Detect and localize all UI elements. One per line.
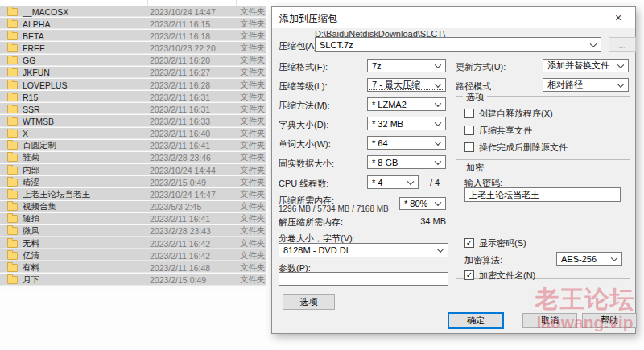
file-row[interactable]: JKFUN 2023/2/11 16:27 文件夹 (0, 67, 266, 79)
file-row[interactable]: R15 2023/2/11 16:31 文件夹 (0, 91, 266, 103)
dialog-titlebar: 添加到压缩包 × (272, 7, 635, 28)
file-row[interactable]: LOVEPLUS 2023/2/11 16:28 文件夹 (0, 79, 266, 91)
folder-icon (7, 130, 18, 138)
file-name-cell: WTMSB (0, 117, 150, 126)
file-row[interactable]: WTMSB 2023/2/11 16:33 文件夹 (0, 115, 266, 127)
file-date: 2023/2/11 16:15 (150, 19, 240, 29)
file-row[interactable]: 百圆定制 2023/2/11 16:41 文件夹 (0, 140, 266, 152)
cpu-threads-value: * 4 (372, 178, 382, 187)
format-select[interactable]: 7z (367, 59, 446, 72)
file-row[interactable]: BETA 2023/2/11 16:18 文件夹 (0, 30, 266, 42)
file-row[interactable]: 有料 2023/2/11 16:48 文件夹 (0, 261, 266, 274)
file-row[interactable]: 雏菊 2023/2/28 23:46 文件夹 (0, 152, 266, 164)
archive-name-combobox[interactable]: SLCT.7z (315, 37, 601, 52)
file-row[interactable]: 亿清 2023/2/11 16:42 文件夹 (0, 249, 266, 261)
file-row[interactable]: FREE 2023/10/23 22:20 文件夹 (0, 42, 266, 54)
word-size-select[interactable]: * 64 (367, 136, 446, 150)
file-row[interactable]: 内部 2023/10/24 14:44 文件夹 (0, 164, 266, 176)
file-type: 文件夹 (240, 201, 266, 212)
algorithm-value: AES-256 (561, 254, 597, 264)
file-type: 文件夹 (240, 31, 266, 42)
file-row[interactable]: 月下 2023/2/15 0:49 文件夹 (0, 274, 266, 286)
file-row[interactable]: ALPHA 2023/2/11 16:15 文件夹 (0, 18, 266, 30)
algorithm-select[interactable]: AES-256 (556, 252, 622, 266)
close-icon[interactable]: × (606, 9, 630, 26)
file-name: WTMSB (23, 117, 54, 126)
browse-button[interactable]: ... (609, 37, 636, 52)
help-button[interactable]: 帮助 (582, 313, 637, 328)
file-type: 文件夹 (240, 55, 266, 66)
chevron-down-icon (435, 138, 441, 145)
memory-percent-select[interactable]: * 80% (399, 197, 446, 210)
file-name: FREE (23, 43, 45, 53)
parameters-input[interactable] (279, 272, 448, 286)
file-row[interactable]: X 2023/2/11 16:40 文件夹 (0, 128, 266, 140)
file-date: 2023/2/11 16:41 (150, 141, 240, 150)
file-date: 2023/2/11 16:42 (150, 251, 240, 261)
algorithm-label: 加密算法: (464, 254, 502, 266)
file-row[interactable]: 无料 2023/2/11 16:42 文件夹 (0, 237, 266, 249)
file-name: __MACOSX (23, 7, 68, 17)
password-input[interactable] (464, 187, 621, 202)
file-name: 百圆定制 (23, 140, 56, 151)
file-rows: __MACOSX 2023/10/24 14:47 文件夹 ALPHA 2023… (0, 6, 266, 286)
file-type: 文件夹 (240, 225, 266, 237)
file-row[interactable]: 晴涩 2023/2/15 0:49 文件夹 (0, 176, 266, 188)
file-row[interactable]: 随拍 2023/2/11 16:41 文件夹 (0, 213, 266, 225)
file-row[interactable]: 上老王论坛当老王 2023/10/24 14:47 文件夹 (0, 188, 266, 200)
encrypt-names-checkbox[interactable]: ✓ 加密文件名(N) (464, 270, 535, 281)
folder-icon (7, 154, 18, 162)
level-select[interactable]: 7 - 最大压缩 (367, 78, 446, 92)
solid-block-value: * 8 GB (372, 158, 398, 167)
file-type: 文件夹 (240, 116, 266, 127)
options-button[interactable]: 选项 (283, 294, 335, 310)
path-mode-select[interactable]: 相对路径 (543, 78, 629, 92)
file-name-cell: 视频合集 (0, 201, 150, 212)
file-row[interactable]: __MACOSX 2023/10/24 14:47 文件夹 (0, 6, 266, 18)
file-name: BETA (23, 31, 44, 41)
file-row[interactable]: SSR 2023/2/11 16:31 文件夹 (0, 103, 266, 115)
file-name: 亿清 (23, 250, 39, 261)
file-row[interactable]: 视频合集 2023/5/3 2:45 文件夹 (0, 201, 266, 213)
file-name-cell: 内部 (0, 165, 150, 176)
file-type: 文件夹 (240, 165, 266, 176)
list-header (0, 0, 266, 6)
file-date: 2023/2/11 16:27 (150, 68, 240, 77)
file-name: 月下 (23, 274, 39, 286)
file-name-cell: BETA (0, 31, 150, 41)
options-group-title: 选项 (463, 91, 487, 103)
folder-icon (7, 191, 18, 199)
dictionary-select[interactable]: * 32 MB (367, 117, 446, 130)
encrypt-names-label: 加密文件名(N) (479, 270, 535, 282)
check-icon: ✓ (466, 239, 473, 247)
checkbox-box (464, 109, 474, 118)
update-mode-select[interactable]: 添加并替换文件 (543, 59, 629, 72)
cancel-button[interactable]: 取消 (522, 313, 577, 328)
file-date: 2023/2/11 16:28 (150, 80, 240, 90)
file-name-cell: 月下 (0, 274, 150, 286)
cpu-threads-select[interactable]: * 4 (367, 175, 419, 189)
file-date: 2023/2/11 16:31 (150, 105, 240, 114)
show-password-checkbox[interactable]: ✓ 显示密码(S) (464, 237, 526, 249)
cpu-threads-max: / 4 (430, 178, 440, 187)
create-sfx-checkbox[interactable]: 创建自释放程序(X) (464, 108, 553, 119)
solid-block-select[interactable]: * 8 GB (367, 155, 446, 169)
chevron-down-icon (617, 80, 624, 87)
file-type: 文件夹 (240, 250, 266, 261)
folder-icon (7, 8, 18, 16)
folder-icon (7, 240, 18, 248)
file-name: X (23, 129, 28, 138)
file-name: R15 (23, 93, 38, 102)
folder-icon (7, 252, 18, 260)
folder-icon (7, 227, 18, 235)
file-row[interactable]: GG 2023/2/11 16:20 文件夹 (0, 55, 266, 67)
delete-after-checkbox[interactable]: 操作完成后删除源文件 (464, 142, 568, 153)
file-date: 2023/10/24 14:44 (150, 166, 240, 175)
method-select[interactable]: * LZMA2 (367, 97, 446, 111)
screen: __MACOSX 2023/10/24 14:47 文件夹 ALPHA 2023… (0, 0, 644, 350)
file-date: 2023/2/15 0:49 (150, 275, 240, 285)
volume-size-combobox[interactable]: 8128M - DVD DL (279, 243, 448, 257)
file-row[interactable]: 微风 2023/2/28 23:43 文件夹 (0, 225, 266, 237)
compress-shared-checkbox[interactable]: 压缩共享文件 (464, 125, 532, 136)
ok-button[interactable]: 确定 (448, 312, 504, 329)
